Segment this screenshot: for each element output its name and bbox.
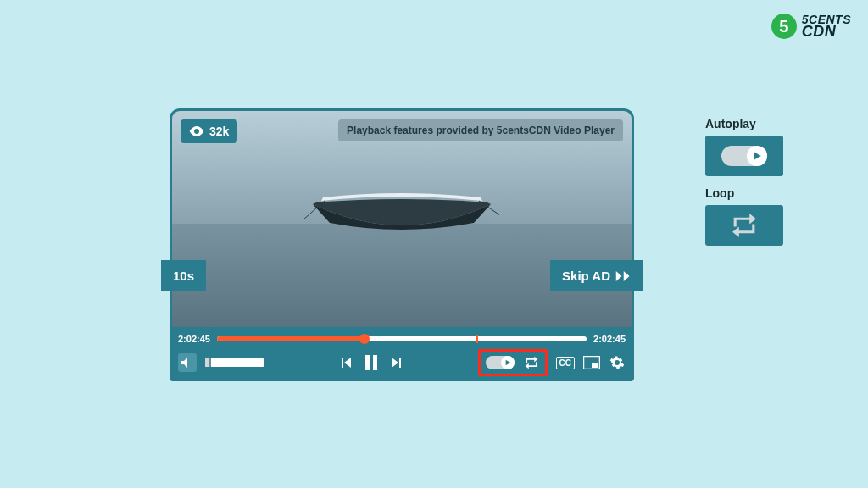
autoplay-callout-box — [705, 136, 783, 176]
skip-ad-label: Skip AD — [562, 269, 610, 283]
controls-bar: 2:02:45 2:02:45 — [170, 327, 634, 381]
eye-icon — [189, 126, 204, 136]
time-total: 2:02:45 — [593, 334, 626, 344]
brand-line2: CDN — [802, 25, 851, 38]
views-count: 32k — [209, 125, 229, 138]
fast-forward-icon — [615, 270, 631, 282]
loop-callout: Loop — [705, 186, 783, 246]
time-elapsed: 2:02:45 — [178, 334, 210, 344]
volume-level — [205, 358, 211, 367]
play-pause-button[interactable] — [363, 354, 380, 371]
autoplay-toggle[interactable] — [486, 356, 515, 369]
autoplay-toggle-large[interactable] — [721, 146, 767, 166]
seek-slider[interactable] — [217, 336, 587, 341]
volume-slider[interactable] — [205, 358, 264, 367]
brand-logo: 5 5CENTS CDN — [771, 14, 851, 39]
seek-thumb[interactable] — [359, 334, 370, 344]
svg-rect-4 — [592, 363, 598, 368]
seek-played — [217, 336, 364, 341]
pip-button[interactable] — [583, 354, 600, 371]
pause-icon — [365, 355, 377, 370]
mute-button[interactable] — [178, 353, 197, 372]
autoplay-label: Autoplay — [705, 117, 783, 130]
autoplay-toggle-knob — [501, 356, 515, 369]
autoplay-callout: Autoplay — [705, 117, 783, 176]
next-track-button[interactable] — [388, 354, 405, 371]
svg-point-2 — [196, 130, 198, 133]
feature-highlight — [478, 349, 548, 376]
scene-boat — [304, 170, 499, 247]
brand-name: 5CENTS CDN — [802, 14, 851, 39]
autoplay-knob-large — [747, 146, 767, 166]
loop-callout-box — [705, 205, 783, 246]
speaker-icon — [181, 358, 193, 368]
progress-row: 2:02:45 2:02:45 — [178, 334, 626, 344]
video-viewport[interactable]: 32k Playback features provided by 5cents… — [170, 108, 634, 327]
rewind-label: 10s — [173, 269, 194, 283]
views-badge: 32k — [181, 119, 237, 143]
settings-button[interactable] — [609, 354, 626, 371]
rewind-10s-button[interactable]: 10s — [161, 260, 206, 291]
video-player: 32k Playback features provided by 5cents… — [170, 108, 634, 381]
loop-icon — [727, 211, 761, 240]
brand-mark: 5 — [771, 14, 797, 39]
loop-button[interactable] — [523, 354, 540, 371]
skip-ad-button[interactable]: Skip AD — [550, 260, 643, 291]
playback-banner: Playback features provided by 5centsCDN … — [338, 119, 623, 141]
seek-marker — [476, 335, 478, 343]
play-icon — [752, 151, 762, 161]
loop-label: Loop — [705, 186, 783, 200]
play-icon — [504, 359, 511, 366]
controls-row: CC — [178, 349, 626, 376]
captions-button[interactable]: CC — [556, 357, 575, 369]
prev-track-button[interactable] — [337, 354, 354, 371]
gear-icon — [609, 355, 625, 370]
